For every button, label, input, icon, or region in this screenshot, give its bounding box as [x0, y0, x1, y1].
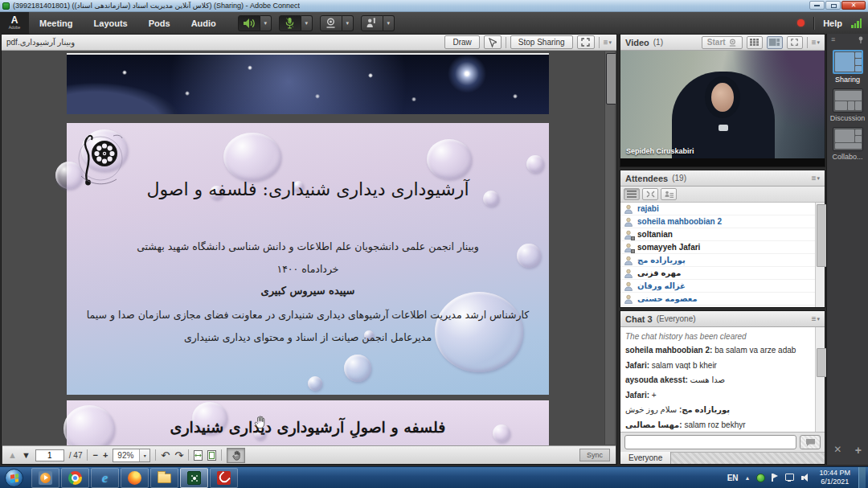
attendee-name: somayyeh Jafari [637, 243, 700, 252]
sync-button[interactable]: Sync [579, 449, 610, 461]
attendee-row[interactable]: soltanian [620, 228, 815, 241]
taskbar-media-player[interactable] [31, 468, 59, 488]
attendees-pod-menu[interactable]: ≡▾ [812, 174, 820, 182]
page-up-button[interactable]: ▲ [8, 451, 17, 460]
breakout-view-icon [646, 191, 655, 198]
microphone-button[interactable] [279, 15, 301, 31]
taskbar-chrome[interactable] [61, 468, 89, 488]
attendees-scrollbar[interactable] [815, 203, 825, 307]
zoom-out-button[interactable]: − [92, 451, 97, 460]
share-pod-menu[interactable]: ≡▾ [604, 38, 612, 47]
chat-text: سلام روز خوش [625, 405, 677, 414]
raise-hand-button[interactable] [361, 15, 383, 31]
zoom-level-select[interactable]: 92% ▾ [113, 449, 150, 462]
speaker-button[interactable] [238, 15, 260, 31]
hidden-icons-arrow[interactable]: ▲ [745, 475, 751, 481]
attendee-row[interactable]: rajabi [620, 203, 815, 215]
taskbar-firefox[interactable] [121, 468, 149, 488]
chat-text: + [652, 391, 657, 400]
close-button[interactable]: ✕ [841, 1, 866, 10]
status-view-icon [665, 191, 674, 199]
clock-time: 10:44 PM [819, 469, 850, 478]
hand-tool-button[interactable] [227, 448, 245, 463]
fullscreen-button[interactable] [577, 35, 595, 49]
layout-menu-icon[interactable]: ≡ [831, 35, 835, 43]
menu-meeting[interactable]: Meeting [29, 18, 84, 28]
taskbar-explorer[interactable] [150, 468, 178, 488]
microphone-dropdown[interactable]: ▾ [301, 15, 313, 31]
menu-layouts[interactable]: Layouts [84, 18, 138, 28]
raise-hand-dropdown[interactable]: ▾ [383, 15, 395, 31]
taskbar-internet-explorer[interactable]: e [91, 468, 119, 488]
attendee-row[interactable]: soheila mahboobian 2 [620, 215, 815, 228]
start-button[interactable] [5, 469, 23, 487]
pointer-tool-button[interactable] [484, 35, 502, 49]
antivirus-tray-icon[interactable] [756, 474, 765, 482]
rotate-left-button[interactable]: ↶ [161, 450, 170, 461]
droplet [526, 155, 544, 173]
send-message-button[interactable] [800, 435, 821, 449]
layout-sharing-thumbnail [833, 50, 863, 74]
attendee-row[interactable]: پوریازاده مج [620, 254, 815, 267]
chat-sender: پوریازاده مج: [679, 405, 730, 414]
recording-indicator-icon [797, 19, 805, 27]
menu-icon: ≡ [812, 174, 817, 182]
webcam-button[interactable] [320, 15, 342, 31]
attendee-row[interactable]: معصومه حسنی [620, 293, 815, 306]
taskbar-adobe-reader[interactable] [210, 468, 238, 488]
breakout-view-button[interactable] [642, 188, 658, 200]
droplet [308, 376, 322, 391]
close-pod-icon[interactable]: ✕ [833, 444, 841, 457]
video-fullscreen-button[interactable] [787, 36, 803, 49]
pin-icon[interactable] [858, 36, 864, 43]
attendee-row[interactable]: somayyeh Jafari [620, 241, 815, 254]
attendee-row[interactable]: مهره قزنی [620, 267, 815, 280]
attendee-list-view-button[interactable] [624, 188, 640, 200]
status-view-button[interactable] [661, 188, 677, 200]
taskbar-adobe-connect[interactable] [180, 468, 208, 488]
page-down-button[interactable]: ▼ [22, 451, 31, 460]
start-webcam-button[interactable]: Start [702, 36, 743, 49]
stop-sharing-button[interactable]: Stop Sharing [510, 35, 573, 49]
adobe-word: Adobe [9, 25, 20, 30]
video-pod-title: Video [625, 38, 649, 47]
tab-everyone[interactable]: Everyone [620, 452, 671, 464]
attendee-row[interactable]: غزاله ورقان [620, 280, 815, 293]
layout-discussion[interactable]: Discussion [827, 88, 868, 122]
menu-pods[interactable]: Pods [138, 18, 181, 28]
filmstrip-view-button[interactable] [767, 36, 783, 49]
chat-message: Jafari: salam vaqt b kheir [625, 361, 810, 371]
volume-tray-icon[interactable] [801, 474, 811, 482]
network-tray-icon[interactable] [785, 474, 795, 482]
layout-sharing[interactable]: Sharing [827, 50, 868, 84]
attendee-name: معصومه حسنی [637, 294, 698, 303]
clock[interactable]: 10:44 PM 6/1/2021 [817, 469, 852, 487]
add-layout-icon[interactable]: + [855, 444, 862, 457]
draw-button[interactable]: Draw [444, 35, 479, 49]
share-scrollbar[interactable] [604, 51, 615, 445]
video-pod-menu[interactable]: ≡▾ [812, 38, 820, 47]
help-menu[interactable]: Help [823, 18, 842, 28]
layout-collaboration[interactable]: Collabo... [827, 127, 868, 161]
rotate-right-button[interactable]: ↷ [174, 450, 183, 461]
chat-input[interactable] [624, 435, 796, 449]
grid-view-button[interactable] [747, 36, 763, 49]
minimize-button[interactable] [809, 1, 825, 10]
menu-audio[interactable]: Audio [181, 18, 227, 28]
action-center-flag-icon[interactable] [772, 474, 779, 482]
chat-pod-header: Chat 3 (Everyone) ≡▾ [620, 311, 825, 327]
page-number-input[interactable] [35, 449, 64, 461]
scroll-thumb[interactable] [606, 53, 616, 105]
chat-pod-menu[interactable]: ≡▾ [812, 314, 820, 323]
fit-page-icon[interactable] [207, 450, 216, 461]
person-device-icon [624, 243, 633, 252]
show-desktop-button[interactable] [858, 467, 866, 488]
speaker-dropdown[interactable]: ▾ [260, 15, 272, 31]
webcam-video-feed: Sepideh Ciruskabiri [620, 51, 825, 158]
chat-scrollbar[interactable] [815, 327, 825, 432]
webcam-dropdown[interactable]: ▾ [342, 15, 354, 31]
fit-width-icon[interactable] [194, 450, 203, 461]
maximize-button[interactable] [825, 1, 841, 10]
language-indicator[interactable]: EN [727, 474, 739, 482]
zoom-in-button[interactable]: + [103, 451, 108, 460]
